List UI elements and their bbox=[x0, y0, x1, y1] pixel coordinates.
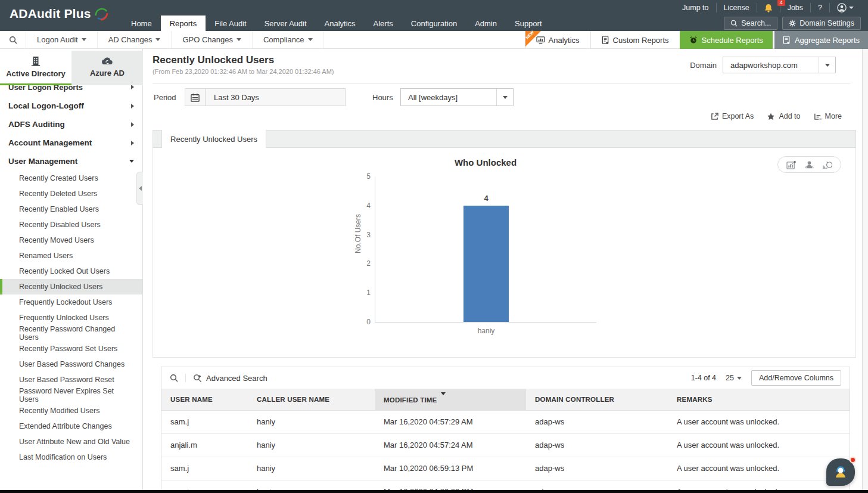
chart-bar[interactable] bbox=[463, 206, 509, 322]
sidebar-item-recently-disabled-users[interactable]: Recently Disabled Users bbox=[0, 217, 142, 232]
aggregate-reports-button[interactable]: Aggregate Reports bbox=[774, 31, 868, 49]
top-navbar: ADAudit Plus Jump to License 4 Jobs ? bbox=[0, 0, 868, 31]
analytics-link[interactable]: NEW Analytics bbox=[525, 31, 590, 49]
page-scrollbar[interactable] bbox=[862, 49, 868, 493]
chart-panel: Who Unlocked No.Of Users 5 4 3 2 1 0 bbox=[153, 148, 856, 358]
main-menu: Home Reports File Audit Server Audit Ana… bbox=[122, 15, 551, 31]
sidebar-item-frequently-lockedout-users[interactable]: Frequently Lockedout Users bbox=[0, 294, 142, 310]
refresh-chart-icon[interactable] bbox=[822, 160, 832, 169]
sidebar-item-recently-created-users[interactable]: Recently Created Users bbox=[0, 170, 142, 186]
sidebar-groups: Local Logon-Logoff ADFS Auditing Account… bbox=[0, 97, 142, 170]
sidebar-item-user-based-password-reset[interactable]: User Based Password Reset bbox=[0, 372, 142, 387]
sidebar-group-user-management[interactable]: User Management bbox=[0, 152, 142, 170]
column-header-remarks[interactable]: REMARKS bbox=[668, 389, 850, 410]
table-search-button[interactable] bbox=[170, 374, 186, 382]
license-link[interactable]: License bbox=[717, 3, 757, 13]
tab-server-audit[interactable]: Server Audit bbox=[256, 15, 316, 31]
support-chat-button[interactable] bbox=[826, 458, 855, 486]
tab-home[interactable]: Home bbox=[122, 15, 161, 31]
chevron-left-icon bbox=[139, 186, 142, 191]
sidebar-item-recently-locked-out-users[interactable]: Recently Locked Out Users bbox=[0, 263, 142, 279]
menu-gpo-changes[interactable]: GPO Changes bbox=[172, 31, 253, 48]
domain-settings-button[interactable]: Domain Settings bbox=[782, 17, 861, 30]
tab-alerts[interactable]: Alerts bbox=[365, 15, 402, 31]
advanced-search-button[interactable]: Advanced Search bbox=[186, 374, 267, 383]
chevron-down-icon bbox=[155, 38, 160, 41]
sidebar-item-recently-unlocked-users[interactable]: Recently Unlocked Users bbox=[0, 279, 142, 294]
tab-support[interactable]: Support bbox=[506, 15, 551, 31]
sidebar-item-recently-deleted-users[interactable]: Recently Deleted Users bbox=[0, 186, 142, 201]
tab-reports[interactable]: Reports bbox=[161, 15, 206, 31]
table-row[interactable]: anjali.m haniy Mar 16,2020 04:57:24 AM a… bbox=[161, 433, 850, 457]
advanced-search-icon bbox=[193, 374, 202, 383]
column-header-user-name[interactable]: USER NAME bbox=[161, 389, 248, 410]
tab-analytics[interactable]: Analytics bbox=[316, 15, 365, 31]
tab-recently-unlocked-users[interactable]: Recently Unlocked Users bbox=[161, 130, 266, 148]
sidebar-item-user-attribute-new-and-old-value[interactable]: User Attribute New and Old Value bbox=[0, 434, 142, 449]
sidebar-item-user-based-password-changes[interactable]: User Based Password Changes bbox=[0, 356, 142, 372]
page-size-select[interactable]: 25 bbox=[726, 374, 742, 382]
custom-reports-link[interactable]: Custom Reports bbox=[590, 31, 680, 49]
chart-toolbar bbox=[777, 156, 841, 173]
tab-configuration[interactable]: Configuration bbox=[402, 15, 466, 31]
bar-chart-plot: No.Of Users 5 4 3 2 1 0 4 haniy bbox=[375, 176, 596, 323]
sidebar-group-local-logon-logoff[interactable]: Local Logon-Logoff bbox=[0, 97, 142, 115]
sidebar-group-user-logon-reports-partial[interactable]: User Logon Reports bbox=[0, 85, 142, 95]
sidebar-group-adfs-auditing[interactable]: ADFS Auditing bbox=[0, 115, 142, 134]
sidebar-tabs: Active Directory Azure AD bbox=[0, 51, 143, 85]
sidebar-item-last-modification-on-users[interactable]: Last Modification on Users bbox=[0, 449, 142, 465]
hours-label: Hours bbox=[372, 93, 393, 102]
jump-to-link[interactable]: Jump to bbox=[675, 3, 716, 13]
change-chart-type-icon[interactable] bbox=[786, 160, 797, 169]
table-row[interactable]: sam.j haniy Mar 10,2020 06:59:13 PM adap… bbox=[161, 457, 850, 480]
sidebar-item-extended-attribute-changes[interactable]: Extended Attribute Changes bbox=[0, 418, 142, 434]
report-actions: Export As Add to More bbox=[711, 112, 842, 120]
add-to-button[interactable]: Add to bbox=[767, 112, 800, 120]
table-row[interactable]: sam.j haniy Mar 16,2020 04:57:29 AM adap… bbox=[161, 410, 850, 433]
column-header-domain-controller[interactable]: DOMAIN CONTROLLER bbox=[526, 389, 668, 410]
menu-compliance[interactable]: Compliance bbox=[253, 31, 324, 48]
notifications-button[interactable]: 4 bbox=[757, 3, 780, 13]
more-button[interactable]: More bbox=[814, 112, 842, 120]
sidebar-item-renamed-users[interactable]: Renamed Users bbox=[0, 248, 142, 263]
sidebar-tab-active-directory[interactable]: Active Directory bbox=[0, 51, 71, 85]
y-axis-ticks: 5 4 3 2 1 0 bbox=[355, 172, 371, 326]
global-search-button[interactable]: Search... bbox=[724, 17, 777, 30]
menu-ad-changes[interactable]: AD Changes bbox=[98, 31, 172, 48]
chevron-down-icon[interactable] bbox=[496, 89, 513, 106]
app-logo[interactable]: ADAudit Plus bbox=[10, 6, 109, 21]
calendar-icon bbox=[185, 89, 206, 106]
report-search-button[interactable] bbox=[0, 31, 26, 48]
menu-logon-audit[interactable]: Logon Audit bbox=[26, 31, 98, 48]
export-as-button[interactable]: Export As bbox=[711, 112, 754, 120]
tab-admin[interactable]: Admin bbox=[466, 15, 506, 31]
sidebar-item-recently-password-set-users[interactable]: Recently Password Set Users bbox=[0, 341, 142, 356]
sidebar-collapse-handle[interactable] bbox=[136, 172, 143, 205]
export-icon bbox=[711, 113, 718, 120]
sidebar-item-recently-modified-users[interactable]: Recently Modified Users bbox=[0, 403, 142, 418]
column-header-caller-user-name[interactable]: CALLER USER NAME bbox=[248, 389, 375, 410]
sidebar-item-password-never-expires-set-users[interactable]: Password Never Expires Set Users bbox=[0, 387, 142, 403]
sidebar-item-recently-enabled-users[interactable]: Recently Enabled Users bbox=[0, 201, 142, 217]
schedule-reports-button[interactable]: Schedule Reports bbox=[680, 31, 773, 49]
domain-select[interactable]: adapworkshop.com bbox=[723, 57, 836, 73]
building-icon bbox=[30, 56, 41, 66]
period-picker[interactable]: Last 30 Days bbox=[185, 88, 346, 106]
hours-select[interactable]: All [weekdays] bbox=[400, 88, 514, 106]
chevron-down-icon[interactable] bbox=[819, 57, 835, 73]
help-button[interactable]: ? bbox=[811, 3, 830, 13]
bar-column: 4 bbox=[463, 176, 509, 322]
sidebar-item-frequently-unlocked-users[interactable]: Frequently Unlocked Users bbox=[0, 310, 142, 325]
sidebar-group-account-management[interactable]: Account Management bbox=[0, 134, 142, 152]
sidebar-item-recently-moved-users[interactable]: Recently Moved Users bbox=[0, 232, 142, 248]
sidebar-item-recently-password-changed-users[interactable]: Recently Password Changed Users bbox=[0, 325, 142, 341]
sidebar-tab-azure-ad[interactable]: Azure AD bbox=[71, 51, 143, 85]
tab-file-audit[interactable]: File Audit bbox=[206, 15, 255, 31]
table-toolbar: Advanced Search 1-4 of 4 25 Add/Remove C… bbox=[161, 367, 850, 389]
user-menu-button[interactable] bbox=[830, 3, 861, 13]
user-view-icon[interactable] bbox=[805, 160, 814, 169]
add-remove-columns-button[interactable]: Add/Remove Columns bbox=[751, 370, 841, 386]
table-toolbar-right: 1-4 of 4 25 Add/Remove Columns bbox=[691, 370, 841, 386]
new-ribbon: NEW bbox=[525, 31, 541, 46]
column-header-modified-time[interactable]: MODIFIED TIME bbox=[375, 389, 526, 410]
